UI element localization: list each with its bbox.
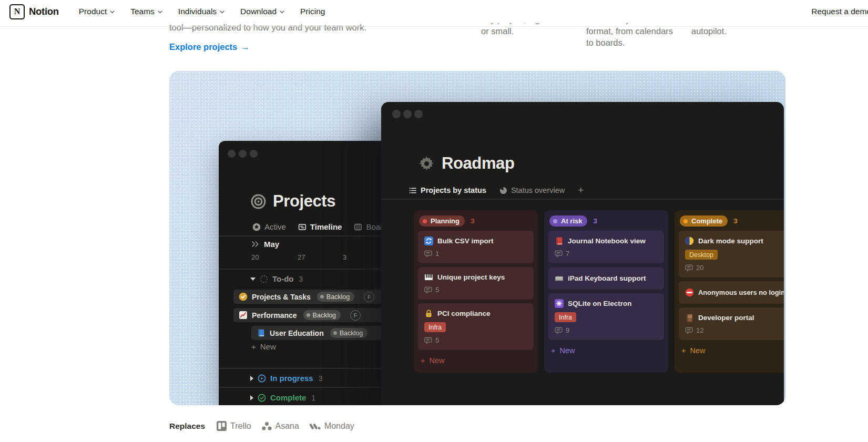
group-complete[interactable]: Complete 1 (250, 393, 315, 402)
pie-chart-icon (499, 187, 507, 194)
nav-item-download[interactable]: Download (240, 7, 284, 16)
nav-item-teams[interactable]: Teams (130, 7, 162, 16)
status-badge[interactable]: Backlog (317, 292, 354, 302)
group-todo[interactable]: To-do 3 (250, 274, 303, 283)
hero-illustration-card: Projects Active Timeline (169, 71, 785, 405)
infra-tag: Infra (424, 322, 446, 332)
card-ipad-keyboard-support[interactable]: iPad Keyboard support (548, 267, 664, 290)
tab-status-overview[interactable]: Status overview (499, 181, 565, 199)
at-risk-status-pill[interactable]: At risk (549, 215, 587, 227)
projects-view-tabs: Active Timeline Board (252, 218, 387, 236)
chevron-down-icon (280, 11, 284, 14)
assignee-avatar: F (364, 292, 374, 302)
complete-status-icon (258, 394, 266, 402)
chevron-down-icon (110, 11, 115, 14)
timeline-bar-projects-tasks[interactable]: Projects & Tasks Backlog F (233, 290, 397, 304)
keyboard-icon (555, 274, 564, 283)
window-minimize-button[interactable] (239, 150, 247, 158)
comment-icon (555, 250, 563, 258)
piano-icon (424, 273, 433, 282)
tab-timeline[interactable]: Timeline (298, 218, 342, 236)
tab-projects-by-status[interactable]: Projects by status (409, 181, 486, 199)
nav-item-pricing[interactable]: Pricing (300, 7, 325, 16)
list-icon (409, 187, 417, 194)
window-zoom-button[interactable] (414, 110, 423, 118)
group-in-progress[interactable]: In progress 3 (250, 374, 322, 383)
column-count: 3 (471, 217, 475, 225)
new-row-button[interactable]: + New (251, 342, 276, 351)
status-badge[interactable]: Backlog (330, 328, 367, 338)
new-card-button[interactable]: + New (421, 354, 534, 367)
timeline-bar-performance[interactable]: Performance Backlog F (233, 308, 396, 322)
notion-logo[interactable]: N Notion (9, 4, 59, 19)
divider (219, 235, 397, 237)
comment-icon (424, 250, 432, 258)
comment-icon (424, 286, 432, 294)
complete-status-pill[interactable]: Complete (680, 215, 728, 227)
brown-journal-icon (685, 313, 694, 322)
column-header: Planning 3 (419, 215, 534, 227)
comment-count: 5 (424, 336, 527, 344)
expand-caret-icon[interactable] (250, 395, 253, 400)
window-controls (392, 110, 423, 118)
column-count: 3 (733, 217, 738, 225)
collapse-caret-icon[interactable] (250, 277, 256, 281)
chart-icon (239, 311, 248, 320)
section-divider (0, 26, 868, 27)
planning-status-pill[interactable]: Planning (419, 215, 465, 227)
desktop-tag: Desktop (685, 250, 718, 260)
comment-icon (555, 327, 563, 334)
window-zoom-button[interactable] (250, 150, 258, 158)
divider (219, 269, 397, 270)
arrow-right-icon: → (241, 40, 250, 53)
card-sqlite-on-electron[interactable]: SQLite on Electron Infra 9 (548, 293, 664, 340)
no-entry-icon (685, 288, 694, 297)
card-unique-project-keys[interactable]: Unique project keys 5 (418, 267, 534, 300)
projects-window: Projects Active Timeline (219, 141, 397, 405)
new-card-button[interactable]: + New (681, 344, 784, 357)
add-view-button[interactable]: + (578, 184, 584, 196)
double-chevron-icon[interactable] (251, 241, 260, 248)
window-minimize-button[interactable] (403, 110, 412, 118)
monday-icon (310, 422, 321, 431)
nav-item-individuals[interactable]: Individuals (178, 7, 224, 16)
red-book-icon (555, 237, 564, 245)
projects-title: Projects (273, 192, 335, 211)
timeline-date: 3 (343, 253, 346, 261)
card-anonymous-users-no-login[interactable]: Anonymous users no login (679, 281, 784, 304)
gear-icon (418, 155, 435, 172)
replaces-asana: Asana (262, 422, 299, 431)
nav-menu: Product Teams Individuals Download Prici… (79, 7, 325, 16)
status-dot (320, 295, 324, 299)
explore-projects-link[interactable]: Explore projects → (169, 40, 416, 53)
window-close-button[interactable] (228, 150, 236, 158)
divider (219, 387, 397, 388)
nav-item-product[interactable]: Product (79, 7, 115, 16)
kanban-board: Planning 3 (414, 210, 784, 373)
roadmap-title-row: Roadmap (418, 154, 514, 173)
timeline-bar-user-education[interactable]: User Education Backlog (251, 326, 397, 340)
timeline-icon (298, 223, 307, 231)
card-pci-compliance[interactable]: PCI compliance Infra 5 (418, 303, 534, 350)
window-close-button[interactable] (392, 110, 401, 118)
star-circle-icon (252, 223, 261, 231)
expand-caret-icon[interactable] (250, 376, 253, 381)
lock-icon (424, 309, 433, 318)
plus-icon: + (421, 356, 425, 365)
top-nav: N Notion Product Teams Individuals Downl… (0, 0, 868, 23)
replaces-row: Replaces Trello Asana (169, 421, 354, 431)
assignee-avatar: F (350, 310, 361, 321)
card-bulk-csv-import[interactable]: Bulk CSV import 1 (418, 231, 534, 263)
status-dot (683, 219, 688, 223)
tab-active[interactable]: Active (252, 218, 286, 236)
card-journal-notebook-view[interactable]: Journal Notebook view 7 (548, 231, 664, 263)
todo-status-icon (260, 275, 268, 283)
status-dot (307, 313, 310, 317)
card-developer-portal[interactable]: Developer portal 12 (679, 307, 784, 340)
new-card-button[interactable]: + New (551, 344, 664, 357)
request-demo-button[interactable]: Request a demo (811, 0, 868, 23)
roadmap-title: Roadmap (442, 154, 514, 173)
card-dark-mode-support[interactable]: Dark mode support Desktop 20 (679, 231, 784, 277)
status-badge[interactable]: Backlog (303, 310, 341, 320)
roadmap-view-tabs: Projects by status Status overview + (409, 181, 584, 199)
